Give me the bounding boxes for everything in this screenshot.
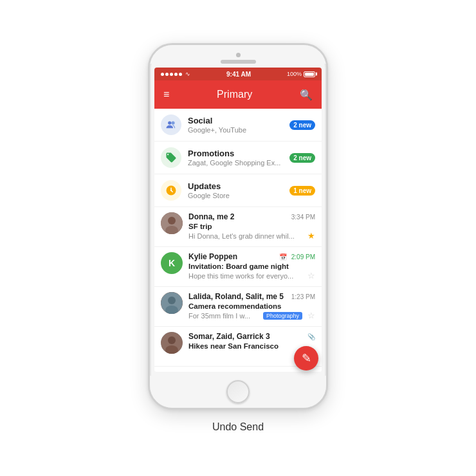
category-updates[interactable]: Updates Google Store 1 new [154,174,322,207]
email-content-donna: Donna, me 2 3:34 PM SF trip Hi Donna, Le… [188,212,315,241]
category-promotions[interactable]: Promotions Zagat, Google Shopping Ex... … [154,142,322,174]
email-header-kylie: Kylie Poppen 📅 2:09 PM [188,252,315,261]
avatar-kylie: K [161,252,183,274]
svg-point-3 [170,190,172,191]
svg-point-8 [168,297,176,304]
email-row-donna[interactable]: Donna, me 2 3:34 PM SF trip Hi Donna, Le… [154,207,322,247]
updates-info: Updates Google Store [188,181,286,199]
search-icon[interactable]: 🔍 [300,89,313,101]
star-icon-donna[interactable]: ★ [307,231,315,241]
email-header-somar: Somar, Zaid, Garrick 3 📎 [188,332,315,341]
email-header-donna: Donna, me 2 3:34 PM [188,212,315,221]
promotions-info: Promotions Zagat, Google Shopping Ex... [188,149,286,167]
email-preview-lalida: For 35mm film I w... [188,312,263,320]
email-preview-row-lalida: For 35mm film I w... Photography ☆ [188,311,315,320]
battery-percent: 100% [287,71,302,77]
svg-point-1 [171,121,174,124]
home-button[interactable] [226,380,250,403]
volume-down-button [148,151,149,175]
avatar-lalida [161,292,183,314]
phone-screen: ∿ 9:41 AM 100% ≡ Primary 🔍 [154,68,322,372]
email-content-somar: Somar, Zaid, Garrick 3 📎 Hikes near San … [188,332,315,351]
power-button [327,109,328,142]
page-wrapper: ∿ 9:41 AM 100% ≡ Primary 🔍 [0,0,476,476]
phone-bottom [150,376,326,408]
calendar-icon-kylie: 📅 [279,253,287,261]
svg-point-5 [168,217,176,224]
email-preview-row-donna: Hi Donna, Let's grab dinner whil... ★ [188,231,315,241]
social-badge: 2 new [289,120,315,130]
signal-dot-1 [161,73,164,76]
status-bar: ∿ 9:41 AM 100% [154,68,322,80]
battery-area: 100% [287,71,315,77]
email-content-lalida: Lalida, Roland, Salit, me 5 1:23 PM Came… [188,292,315,320]
email-sender-donna: Donna, me 2 [188,212,234,221]
email-time-kylie: 2:09 PM [291,253,315,261]
social-preview: Google+, YouTube [188,126,286,134]
social-name: Social [188,116,286,125]
category-social[interactable]: Social Google+, YouTube 2 new [154,109,322,142]
email-subject-lalida: Camera recommendations [188,302,315,310]
email-preview-row-kylie: Hope this time works for everyo... ☆ [188,271,315,280]
updates-category-icon [161,180,181,201]
status-time: 9:41 AM [226,71,251,78]
email-time-donna: 3:34 PM [291,214,315,221]
attachment-icon: 📎 [307,333,315,340]
social-category-icon [161,114,181,135]
email-sender-kylie: Kylie Poppen [188,252,237,261]
updates-badge: 1 new [289,186,315,196]
email-row-kylie[interactable]: K Kylie Poppen 📅 2:09 PM Invitation: Boa… [154,247,322,287]
front-camera [236,53,241,57]
signal-dot-2 [165,73,169,76]
email-time-lalida: 1:23 PM [291,293,315,300]
signal-dot-3 [170,73,173,76]
earpiece-speaker [221,60,256,64]
email-sender-lalida: Lalida, Roland, Salit, me 5 [188,292,284,301]
email-header-lalida: Lalida, Roland, Salit, me 5 1:23 PM [188,292,315,301]
phone-top [150,45,326,64]
menu-icon[interactable]: ≡ [163,89,169,100]
social-info: Social Google+, YouTube [188,116,286,134]
star-empty-lalida[interactable]: ☆ [307,311,315,320]
email-content-kylie: Kylie Poppen 📅 2:09 PM Invitation: Board… [188,252,315,280]
wifi-icon: ∿ [185,71,190,77]
app-toolbar: ≡ Primary 🔍 [154,80,322,109]
avatar-donna [161,212,183,234]
toolbar-title: Primary [217,89,252,100]
photography-tag: Photography [263,312,302,320]
star-empty-kylie[interactable]: ☆ [307,271,315,280]
email-list: Social Google+, YouTube 2 new Promotions [154,109,322,372]
updates-preview: Google Store [188,192,286,199]
phone-shell: ∿ 9:41 AM 100% ≡ Primary 🔍 [148,43,328,410]
volume-up-button [148,121,149,145]
signal-dot-5 [179,73,182,76]
battery-fill [305,73,314,76]
avatar-somar [161,332,183,354]
battery-icon [304,71,315,77]
compose-icon: ✎ [302,351,311,365]
email-row-lalida[interactable]: Lalida, Roland, Salit, me 5 1:23 PM Came… [154,287,322,327]
promotions-name: Promotions [188,149,286,158]
promotions-category-icon [161,147,181,168]
svg-point-11 [168,336,176,344]
updates-name: Updates [188,181,286,191]
signal-area: ∿ [161,71,190,77]
email-subject-somar: Hikes near San Francisco [188,342,315,350]
email-preview-kylie: Hope this time works for everyo... [188,272,305,280]
promotions-preview: Zagat, Google Shopping Ex... [188,159,286,167]
signal-dot-4 [174,73,178,76]
mute-button [148,96,149,114]
compose-fab[interactable]: ✎ [294,346,318,371]
email-subject-donna: SF trip [188,223,315,230]
email-sender-somar: Somar, Zaid, Garrick 3 [188,332,270,341]
email-subject-kylie: Invitation: Board game night [188,262,315,270]
email-preview-donna: Hi Donna, Let's grab dinner whil... [188,232,305,240]
caption: Undo Send [212,421,264,433]
svg-point-0 [168,121,171,124]
promotions-badge: 2 new [289,153,315,163]
